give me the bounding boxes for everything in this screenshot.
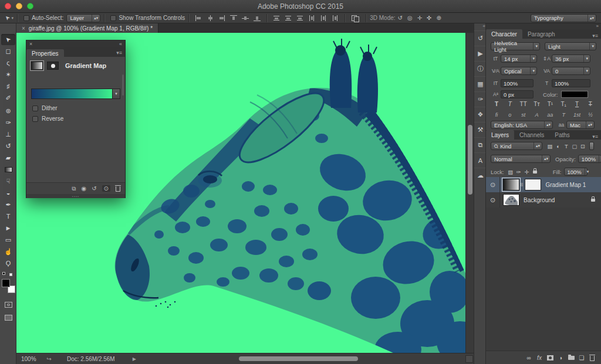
tab-channels[interactable]: Channels [514,130,549,140]
eraser-tool-button[interactable]: ▰ [1,152,15,164]
new-adjustment-layer-icon[interactable]: ◑ [555,355,566,361]
layer-row-gradient-map[interactable]: ⊙ ∞ Gradient Map 1 [486,177,601,192]
new-layer-icon[interactable]: ❏ [576,355,587,361]
clip-to-layer-icon[interactable]: ⧉ [72,185,76,192]
subscript-button[interactable]: T₁ [558,101,569,107]
marquee-tool-button[interactable]: ◻ [1,46,15,57]
fractions-button[interactable]: ½ [585,112,596,118]
collapse-dock-icon[interactable]: « [474,23,487,30]
tool-presets-panel-icon[interactable]: ⚒ [474,122,487,137]
screen-mode-button[interactable] [1,312,15,323]
collapse-panel-icon[interactable]: « [119,41,122,47]
filter-pixel-layers-icon[interactable]: ▤ [546,143,554,149]
healing-brush-tool-button[interactable]: ⊛ [1,106,15,117]
panel-menu-icon[interactable]: ▾≡ [592,33,601,39]
align-left-edges-icon[interactable] [195,15,202,21]
filter-smart-objects-icon[interactable]: ⊡ [579,143,587,149]
distribute-right-edges-icon[interactable] [332,15,339,21]
close-panel-icon[interactable]: × [29,41,32,47]
3d-orbit-icon[interactable]: ↺ [398,15,403,21]
tab-paths[interactable]: Paths [549,130,575,140]
auto-select-checkbox[interactable] [23,15,29,21]
all-caps-button[interactable]: TT [518,101,529,107]
layer-filter-dropdown[interactable]: Ϙ Kind ▴▾ [491,142,542,150]
actions-panel-icon[interactable]: ▶ [474,46,487,61]
document-tab[interactable]: × giraffe.jpg @ 100% (Gradient Map 1, RG… [16,23,158,33]
properties-panel-header[interactable]: × « [26,40,125,47]
eyedropper-tool-button[interactable]: ✐ [1,93,15,104]
faux-bold-button[interactable]: T [491,101,502,107]
lock-pixels-icon[interactable]: ✑ [515,169,523,175]
brush-panel-icon[interactable]: ✑ [474,91,487,107]
blend-mode-dropdown[interactable]: Normal ▴▾ [491,155,551,163]
strikethrough-button[interactable]: T [585,101,596,107]
toggle-visibility-icon[interactable]: ⊙ [102,185,110,192]
foreground-color-swatch[interactable] [2,279,10,287]
3d-slide-icon[interactable]: ✜ [427,15,431,21]
vertical-scale-field[interactable]: 100% [501,79,534,87]
lock-all-icon[interactable] [533,171,537,174]
antialias-dropdown[interactable]: Mac ▴▾ [566,121,595,129]
3d-roll-icon[interactable]: ◎ [407,15,413,21]
history-panel-icon[interactable]: ↺ [474,30,487,46]
link-layers-icon[interactable]: ∞ [524,355,534,361]
previous-state-icon[interactable]: ◉ [81,185,86,192]
filter-shape-layers-icon[interactable]: ▢ [570,143,579,149]
magic-wand-tool-button[interactable]: ✶ [1,69,15,80]
kerning-dropdown[interactable]: Optical ▾ [501,67,537,75]
layer-name[interactable]: Background [524,197,555,203]
vertical-scrollbar-thumb[interactable] [468,125,472,195]
clone-stamp-tool-button[interactable]: ⊥ [1,129,15,140]
layer-name[interactable]: Gradient Map 1 [545,182,586,188]
font-size-dropdown[interactable]: 14 px ▾ [501,55,537,63]
align-bottom-edges-icon[interactable] [254,15,261,21]
move-tool-button[interactable]: ➤ [1,34,15,45]
distribute-left-edges-icon[interactable] [308,15,315,21]
gradient-preview[interactable] [31,89,113,99]
mask-link-icon[interactable]: ∞ [519,183,525,186]
swash-button[interactable]: A [531,112,543,118]
opacity-dropdown[interactable]: 100% ▾ [578,155,601,163]
brush-tool-button[interactable]: ✑ [1,117,15,128]
leading-dropdown[interactable]: 36 px ▾ [552,55,590,63]
lasso-tool-button[interactable]: ς [1,57,15,69]
smudge-tool-button[interactable]: ☟ [1,176,15,187]
swap-colors-icon[interactable] [9,273,12,276]
align-top-edges-icon[interactable] [230,15,237,21]
expand-dock-icon[interactable]: » [486,23,601,29]
background-layer-thumbnail[interactable] [503,194,519,206]
mask-badge-icon[interactable] [47,62,59,70]
distribute-top-edges-icon[interactable] [273,15,280,21]
language-dropdown[interactable]: English: USA ▴▾ [491,121,553,129]
horizontal-scrollbar-thumb[interactable] [239,356,358,361]
distribute-horizontal-centers-icon[interactable] [320,15,327,21]
distribute-bottom-edges-icon[interactable] [296,15,303,21]
share-icon[interactable]: ↪ [47,356,52,362]
horizontal-scale-field[interactable]: 100% [552,79,590,87]
layer-mask-thumbnail[interactable] [525,179,541,190]
filter-adjustment-layers-icon[interactable]: ◐ [554,143,562,149]
layer-comps-panel-icon[interactable]: ⧉ [474,137,487,152]
hand-tool-button[interactable]: ☝ [1,246,15,257]
type-tool-button[interactable]: T [1,211,15,222]
tool-preset-caret-icon[interactable]: ▾ [11,16,13,21]
shape-tool-button[interactable]: ▭ [1,234,15,246]
delete-adjustment-icon[interactable] [116,186,120,192]
auto-select-dropdown[interactable]: Layer ▴▾ [66,14,100,22]
panel-resize-grip[interactable]: •••• [26,194,125,198]
auto-align-layers-icon[interactable] [352,15,359,21]
gradient-picker-caret-icon[interactable]: ▾ [113,89,120,99]
layer-effects-icon[interactable]: fx [534,355,545,361]
tracking-dropdown[interactable]: 0 ▾ [552,67,590,75]
layer-row-background[interactable]: ⊙ Background [486,192,601,207]
brush-presets-panel-icon[interactable]: ❖ [474,107,487,122]
delete-layer-icon[interactable] [587,355,597,361]
history-brush-tool-button[interactable]: ↺ [1,141,15,152]
discretionary-ligatures-button[interactable]: st [518,112,529,118]
tab-paragraph[interactable]: Paragraph [522,29,561,39]
font-family-dropdown[interactable]: Helvetica Light ▾ [491,42,540,50]
font-style-dropdown[interactable]: Light ▾ [545,42,596,50]
tab-layers[interactable]: Layers [486,130,514,140]
align-horizontal-centers-icon[interactable] [207,15,214,21]
crop-tool-button[interactable]: ♯ [1,81,15,92]
